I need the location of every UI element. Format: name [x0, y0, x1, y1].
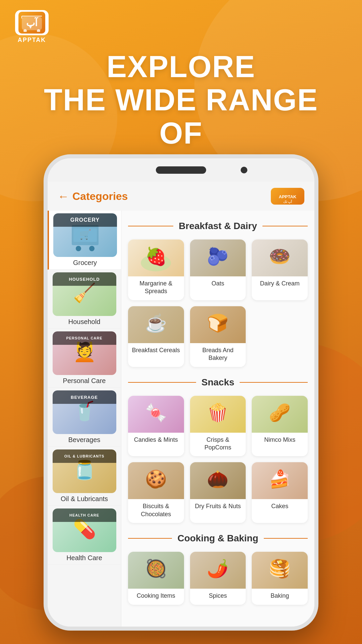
health-care-overlay: HEALTH CARE	[53, 508, 116, 522]
cereals-name: Breakfast Cereals	[128, 343, 184, 359]
snacks-grid: 🍬 Candies & Mints 🍿 Crisps & PopCorns	[128, 396, 308, 523]
svg-text:🥜: 🥜	[269, 402, 291, 423]
cooking1-name: Cooking Items	[128, 589, 184, 604]
phone-camera	[241, 167, 247, 173]
product-cooking2[interactable]: 🌶️ Spices	[190, 552, 246, 604]
svg-text:🍪: 🍪	[145, 469, 167, 489]
beverages-overlay: BEVERAGE	[53, 390, 116, 404]
breakfast-dairy-grid: 🍓 Margarine & Spreads 🫐 Oats	[128, 239, 308, 367]
cooking2-image: 🌶️	[190, 552, 246, 589]
product-cereals[interactable]: ☕ Breakfast Cereals	[128, 306, 184, 367]
svg-text:🍿: 🍿	[207, 402, 229, 423]
header-title: Categories	[72, 190, 128, 203]
svg-text:🍰: 🍰	[269, 469, 291, 489]
app-body: 🛒 GROCERY Grocery 🧹	[48, 211, 314, 627]
svg-text:☕: ☕	[145, 313, 167, 333]
svg-text:🌶️: 🌶️	[207, 558, 229, 579]
app-logo: آپ APPTAK	[10, 10, 54, 44]
sidebar-item-oil[interactable]: 🫙 OIL & LUBRICANTS Oil & Lubricants	[48, 447, 121, 506]
personal-care-label: PERSONAL CARE	[66, 336, 102, 340]
svg-text:آپ: آپ	[26, 17, 38, 29]
health-care-label: HEALTH CARE	[69, 513, 99, 517]
product-nimco[interactable]: 🥜 Nimco Mixs	[252, 396, 308, 457]
product-margarine[interactable]: 🍓 Margarine & Spreads	[128, 239, 184, 300]
biscuit-name: Biscuits & Chocolates	[128, 499, 184, 523]
dryfruits-image: 🌰	[190, 462, 246, 499]
back-button[interactable]: ← Categories	[58, 190, 128, 203]
snacks-title: Snacks	[201, 377, 234, 388]
dairy-image: 🍩	[252, 239, 308, 276]
household-overlay: HOUSEHOLD	[53, 272, 116, 286]
margarine-image: 🍓	[128, 239, 184, 276]
beverages-label: BEVERAGE	[71, 395, 98, 400]
logo-text: APPTAK	[18, 37, 46, 44]
product-candy[interactable]: 🍬 Candies & Mints	[128, 396, 184, 457]
oats-image: 🫐	[190, 239, 246, 276]
personal-care-name: Personal Care	[63, 377, 106, 385]
breakfast-dairy-title: Breakfast & Dairy	[179, 221, 257, 231]
popcorn-name: Crisps & PopCorns	[190, 433, 246, 457]
beverages-name: Beverages	[68, 436, 101, 444]
product-bread[interactable]: 🍞 Breads And Bakery	[190, 306, 246, 367]
household-label: HOUSEHOLD	[69, 277, 100, 282]
cake-image: 🍰	[252, 462, 308, 499]
svg-text:🍞: 🍞	[207, 313, 229, 333]
cooking-baking-header: Cooking & Baking	[128, 533, 308, 544]
cooking1-image: 🥘	[128, 552, 184, 589]
header-logo: APPTAK آپ تک	[271, 188, 304, 205]
oil-label: OIL & LUBRICANTS	[64, 454, 105, 458]
section-line-left-1	[128, 226, 173, 226]
product-biscuit[interactable]: 🍪 Biscuits & Chocolates	[128, 462, 184, 523]
household-thumb: 🧹 HOUSEHOLD	[53, 272, 116, 316]
sidebar-item-health-care[interactable]: 💊 HEALTH CARE Health Care	[48, 506, 121, 565]
svg-text:🌰: 🌰	[207, 469, 229, 489]
section-line-left-2	[128, 382, 196, 383]
sidebar-item-personal-care[interactable]: 💆 PERSONAL CARE Personal Care	[48, 329, 121, 388]
biscuit-image: 🍪	[128, 462, 184, 499]
health-care-thumb: 💊 HEALTH CARE	[53, 508, 116, 552]
grocery-label: GROCERY	[70, 217, 100, 223]
svg-text:APPTAK: APPTAK	[279, 194, 297, 199]
svg-text:🍩: 🍩	[269, 246, 291, 267]
beverages-thumb: 🥤 BEVERAGE	[53, 390, 116, 434]
product-dairy[interactable]: 🍩 Dairy & Cream	[252, 239, 308, 300]
svg-text:🍬: 🍬	[145, 402, 167, 423]
section-line-right-1	[262, 226, 308, 226]
nimco-name: Nimco Mixs	[252, 433, 308, 448]
household-name: Household	[68, 318, 101, 326]
personal-care-overlay: PERSONAL CARE	[53, 331, 116, 345]
phone-top-bar	[48, 158, 314, 182]
health-care-name: Health Care	[66, 554, 102, 562]
section-line-right-3	[264, 538, 308, 539]
margarine-name: Margarine & Spreads	[128, 276, 184, 300]
sidebar-item-grocery[interactable]: 🛒 GROCERY Grocery	[48, 211, 121, 270]
oats-name: Oats	[190, 276, 246, 292]
product-cooking3[interactable]: 🥞 Baking	[252, 552, 308, 604]
section-line-left-3	[128, 538, 172, 539]
grocery-thumb: 🛒 GROCERY	[53, 213, 117, 257]
svg-text:🥞: 🥞	[269, 558, 291, 579]
cake-name: Cakes	[252, 499, 308, 515]
product-cooking1[interactable]: 🥘 Cooking Items	[128, 552, 184, 604]
breakfast-dairy-header: Breakfast & Dairy	[128, 221, 308, 231]
bread-name: Breads And Bakery	[190, 343, 246, 367]
svg-text:آپ تک: آپ تک	[283, 200, 293, 204]
cooking-grid: 🥘 Cooking Items 🌶️ Spices	[128, 552, 308, 604]
product-dryfruits[interactable]: 🌰 Dry Fruits & Nuts	[190, 462, 246, 523]
product-cake[interactable]: 🍰 Cakes	[252, 462, 308, 523]
svg-point-10	[76, 246, 81, 251]
app-header: ← Categories APPTAK آپ تک	[48, 182, 314, 211]
sidebar-item-household[interactable]: 🧹 HOUSEHOLD Household	[48, 270, 121, 329]
section-line-right-2	[240, 382, 308, 383]
grocery-overlay: GROCERY	[53, 213, 117, 227]
cooking3-name: Baking	[252, 589, 308, 604]
dryfruits-name: Dry Fruits & Nuts	[190, 499, 246, 515]
dairy-name: Dairy & Cream	[252, 276, 308, 292]
product-oats[interactable]: 🫐 Oats	[190, 239, 246, 300]
sidebar-item-beverages[interactable]: 🥤 BEVERAGE Beverages	[48, 388, 121, 447]
nimco-image: 🥜	[252, 396, 308, 433]
svg-point-11	[89, 246, 95, 251]
oil-overlay: OIL & LUBRICANTS	[53, 449, 116, 463]
cooking2-name: Spices	[190, 589, 246, 604]
product-popcorn[interactable]: 🍿 Crisps & PopCorns	[190, 396, 246, 457]
